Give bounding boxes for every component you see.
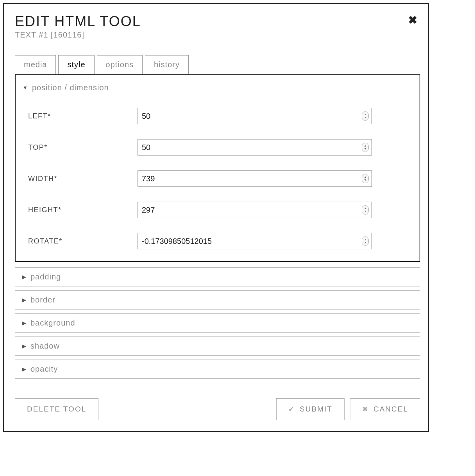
tabs: media style options history [15,55,420,74]
chevron-right-icon: ▶ [22,343,27,349]
field-width: WIDTH* ▴▾ [28,170,412,187]
delete-label: DELETE TOOL [27,405,86,413]
chevron-right-icon: ▶ [22,297,27,303]
section-title: background [30,319,75,327]
modal-title: EDIT HTML TOOL [15,13,141,30]
cancel-label: CANCEL [373,405,408,413]
stepper-left[interactable]: ▴▾ [362,111,369,121]
footer: DELETE TOOL ✔ SUBMIT ✖ CANCEL [15,398,420,420]
stepper-width[interactable]: ▴▾ [362,174,369,183]
modal-header: EDIT HTML TOOL TEXT #1 [160116] ✖ [15,13,420,39]
input-wrap-rotate: ▴▾ [138,233,372,249]
input-left[interactable] [138,108,372,124]
section-title: padding [30,272,61,281]
stepper-rotate[interactable]: ▴▾ [362,236,369,246]
input-width[interactable] [138,170,372,187]
tab-history[interactable]: history [145,55,189,74]
section-position-dimension[interactable]: ▼ position / dimension [23,83,412,92]
input-top[interactable] [138,139,372,156]
field-left: LEFT* ▴▾ [28,108,412,124]
field-top: TOP* ▴▾ [28,139,412,156]
submit-button[interactable]: ✔ SUBMIT [276,398,345,420]
label-top: TOP* [28,143,138,152]
modal-subtitle: TEXT #1 [160116] [15,30,141,39]
section-shadow[interactable]: ▶ shadow [15,336,420,356]
close-icon[interactable]: ✖ [405,13,420,27]
input-wrap-top: ▴▾ [138,139,372,156]
submit-label: SUBMIT [300,405,332,413]
fields: LEFT* ▴▾ TOP* ▴▾ WIDTH* ▴▾ [23,108,412,249]
section-title: border [30,295,55,304]
collapsed-sections: ▶ padding ▶ border ▶ background ▶ shadow… [15,267,420,379]
label-left: LEFT* [28,112,138,120]
check-icon: ✔ [288,405,295,413]
chevron-right-icon: ▶ [22,366,27,372]
label-height: HEIGHT* [28,206,138,214]
field-rotate: ROTATE* ▴▾ [28,233,412,249]
delete-tool-button[interactable]: DELETE TOOL [15,398,98,420]
input-wrap-width: ▴▾ [138,170,372,187]
tab-media[interactable]: media [15,55,56,74]
style-panel: ▼ position / dimension LEFT* ▴▾ TOP* ▴▾ … [15,75,420,262]
tab-style[interactable]: style [58,55,94,74]
section-background[interactable]: ▶ background [15,313,420,333]
chevron-right-icon: ▶ [22,274,27,280]
stepper-top[interactable]: ▴▾ [362,143,369,152]
section-title: position / dimension [32,83,109,92]
cancel-button[interactable]: ✖ CANCEL [350,398,420,420]
input-height[interactable] [138,202,372,218]
chevron-down-icon: ▼ [23,85,28,91]
title-block: EDIT HTML TOOL TEXT #1 [160116] [15,13,141,39]
section-title: opacity [30,365,58,374]
input-rotate[interactable] [138,233,372,249]
input-wrap-left: ▴▾ [138,108,372,124]
label-width: WIDTH* [28,175,138,183]
edit-tool-modal: EDIT HTML TOOL TEXT #1 [160116] ✖ media … [3,3,429,432]
tab-options[interactable]: options [97,55,143,74]
section-opacity[interactable]: ▶ opacity [15,360,420,379]
section-title: shadow [30,342,60,351]
field-height: HEIGHT* ▴▾ [28,202,412,218]
chevron-right-icon: ▶ [22,320,27,326]
section-border[interactable]: ▶ border [15,290,420,310]
close-icon: ✖ [362,405,369,413]
stepper-height[interactable]: ▴▾ [362,205,369,215]
label-rotate: ROTATE* [28,237,138,245]
footer-right: ✔ SUBMIT ✖ CANCEL [276,398,420,420]
section-padding[interactable]: ▶ padding [15,267,420,286]
input-wrap-height: ▴▾ [138,202,372,218]
